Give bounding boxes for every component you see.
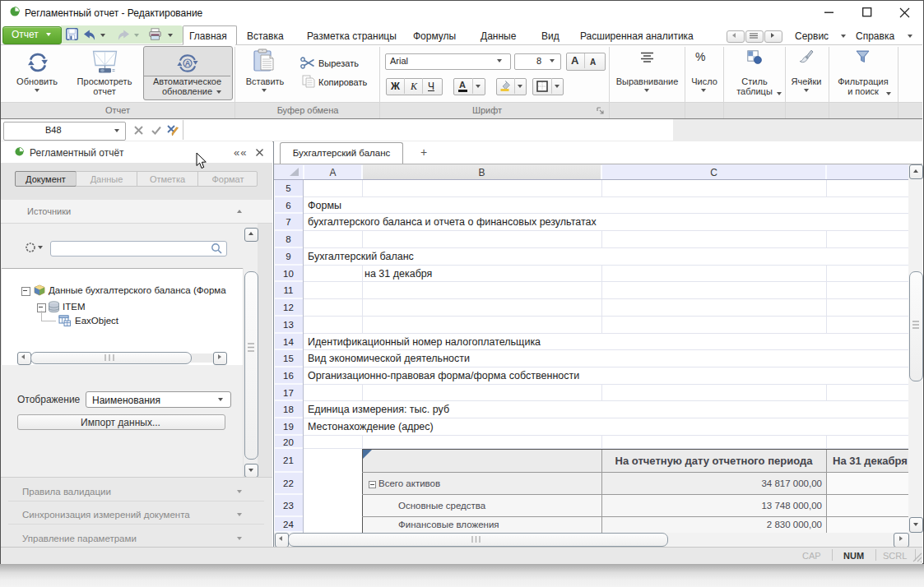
svg-text:A: A bbox=[185, 59, 191, 67]
